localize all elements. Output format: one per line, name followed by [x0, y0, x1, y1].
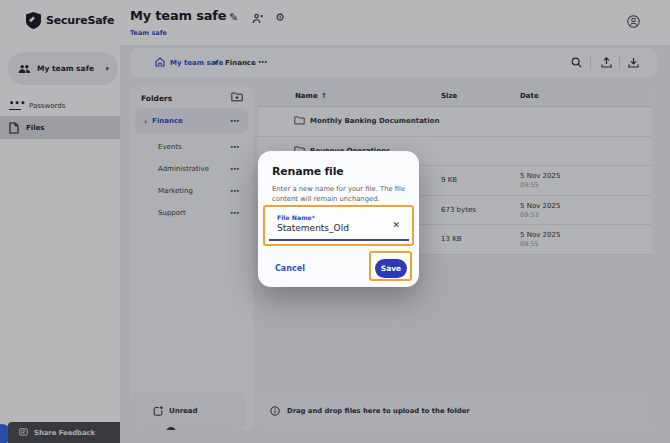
file-name-label: File Name*	[277, 214, 315, 221]
modal-body-text: Enter a new name for your file. The file…	[272, 185, 408, 204]
rename-file-modal: Rename file Enter a new name for your fi…	[258, 151, 419, 287]
clear-input-icon[interactable]: ✕	[392, 220, 400, 230]
cancel-button[interactable]: Cancel	[275, 264, 305, 273]
file-name-input[interactable]: File Name* Statements_Old ✕	[269, 210, 409, 241]
save-button[interactable]: Save	[375, 259, 407, 278]
modal-title: Rename file	[272, 165, 344, 178]
file-name-value: Statements_Old	[277, 223, 349, 233]
securesafe-app: SecureSafe My team safe ✎ ⚙ Team safe	[0, 0, 670, 443]
